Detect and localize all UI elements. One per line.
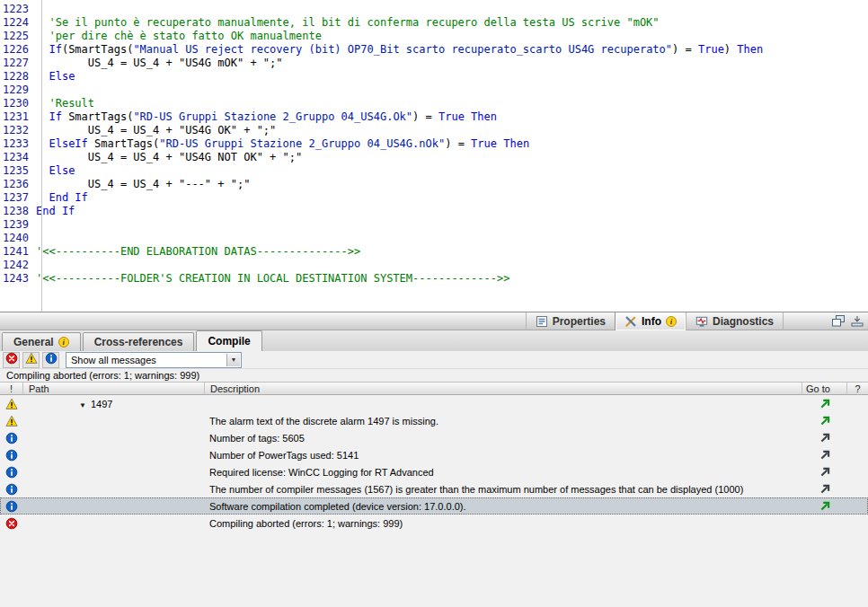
- goto-arrow-icon[interactable]: [819, 432, 831, 444]
- code-line[interactable]: 1235 Else: [0, 164, 868, 178]
- line-number: 1235: [0, 164, 36, 178]
- code-segment: [36, 70, 49, 83]
- code-segment: US_4 = US_4 + "US4G NOT OK" + ";": [36, 151, 302, 163]
- code-segment: [36, 110, 49, 123]
- message-row[interactable]: The alarm text of the discrete alarm 149…: [0, 412, 868, 429]
- code-editor[interactable]: 12231224 'Se il punto è recuperato manua…: [0, 0, 868, 312]
- code-segment: "Manual US reject recovery (bit) OP70_Bi…: [133, 43, 672, 56]
- code-line[interactable]: 1224 'Se il punto è recuperato manualmen…: [0, 16, 868, 30]
- goto-arrow-icon[interactable]: [819, 398, 831, 409]
- goto-arrow-icon[interactable]: [819, 500, 831, 512]
- code-line[interactable]: 1231 If SmartTags("RD-US Gruppi Stazione…: [0, 110, 868, 124]
- filter-info-button[interactable]: [42, 352, 59, 368]
- line-number: 1242: [0, 259, 36, 272]
- column-header-path[interactable]: Path: [23, 383, 205, 394]
- goto-arrow-icon[interactable]: [819, 483, 831, 495]
- message-row[interactable]: ▼1497: [0, 395, 868, 412]
- column-header-help[interactable]: ?: [847, 383, 868, 394]
- code-line[interactable]: 1229: [0, 84, 868, 97]
- code-line[interactable]: 1227 US_4 = US_4 + "US4G mOK" + ";": [0, 57, 868, 70]
- code-segment: US_4 = US_4 + "---" + ";": [36, 178, 250, 190]
- message-description: Required license: WinCC Logging for RT A…: [205, 467, 802, 478]
- code-segment: US_4 = US_4 + "US4G OK" + ";": [36, 124, 276, 136]
- code-line[interactable]: 1242: [0, 259, 868, 272]
- message-row[interactable]: Software compilation completed (device v…: [0, 497, 868, 515]
- goto-arrow-icon[interactable]: [819, 466, 831, 478]
- code-segment: Else: [49, 164, 75, 177]
- code-segment: Else: [49, 70, 75, 83]
- compile-status-text: Compiling aborted (errors: 1; warnings: …: [0, 369, 868, 382]
- code-line[interactable]: 1226 If(SmartTags("Manual US reject reco…: [0, 43, 868, 57]
- code-line[interactable]: 1237 End If: [0, 191, 868, 205]
- chevron-down-icon[interactable]: ▼: [226, 354, 240, 366]
- tab-diagnostics[interactable]: Diagnostics: [686, 312, 784, 330]
- message-row[interactable]: Number of tags: 5605: [0, 429, 868, 446]
- line-number: 1241: [0, 245, 36, 259]
- column-header-severity[interactable]: !: [0, 383, 23, 394]
- code-line[interactable]: 1240: [0, 232, 868, 245]
- code-segment: Then: [737, 43, 763, 56]
- tab-compile[interactable]: Compile: [196, 330, 261, 351]
- goto-cell: [802, 415, 847, 427]
- inspector-tabbar: PropertiesInfoiDiagnostics: [0, 312, 868, 330]
- tree-collapse-icon[interactable]: ▼: [79, 401, 86, 409]
- code-line[interactable]: 1238End If: [0, 205, 868, 218]
- message-row[interactable]: The number of compiler messages (1567) i…: [0, 480, 868, 497]
- code-line[interactable]: 1239: [0, 218, 868, 232]
- code-line[interactable]: 1228 Else: [0, 70, 868, 84]
- info-subtabs: GeneraliCross-referencesCompile: [0, 330, 868, 351]
- code-line[interactable]: 1225 'per dire chè è stato fatto OK manu…: [0, 30, 868, 43]
- filter-warnings-button[interactable]: [22, 352, 40, 368]
- error-icon: [5, 352, 18, 368]
- message-description: Number of tags: 5605: [205, 433, 802, 444]
- code-segment: [36, 97, 49, 110]
- collapse-panel-icon[interactable]: [851, 315, 864, 327]
- message-filter-dropdown[interactable]: Show all messages ▼: [66, 352, 242, 368]
- code-line[interactable]: 1241'<<----------END ELABORATION DATAS--…: [0, 245, 868, 259]
- code-line[interactable]: 1234 US_4 = US_4 + "US4G NOT OK" + ";": [0, 151, 868, 164]
- tab-cross-references[interactable]: Cross-references: [83, 332, 195, 351]
- info-icon: [0, 432, 23, 444]
- float-panel-icon[interactable]: [832, 315, 845, 327]
- code-segment: ) =: [445, 137, 471, 150]
- message-row[interactable]: Compiling aborted (errors: 1; warnings: …: [0, 515, 868, 532]
- info-badge-icon: i: [666, 316, 677, 327]
- message-filter-toolbar: Show all messages ▼: [0, 351, 868, 369]
- tab-info[interactable]: Infoi: [615, 312, 686, 330]
- code-line[interactable]: 1230 'Result: [0, 97, 868, 110]
- warning-icon: [25, 352, 38, 368]
- tab-properties[interactable]: Properties: [526, 312, 615, 330]
- message-row[interactable]: Required license: WinCC Logging for RT A…: [0, 463, 868, 480]
- code-line[interactable]: 1232 US_4 = US_4 + "US4G OK" + ";": [0, 124, 868, 137]
- message-description: The alarm text of the discrete alarm 149…: [205, 416, 802, 427]
- code-segment: If: [49, 43, 61, 56]
- code-line[interactable]: 1236 US_4 = US_4 + "---" + ";": [0, 178, 868, 191]
- info-icon: [0, 466, 23, 479]
- code-segment: (SmartTags(: [62, 43, 133, 56]
- gutter-separator: [41, 0, 42, 312]
- tab-general[interactable]: Generali: [2, 332, 81, 351]
- code-segment: [36, 43, 49, 56]
- code-line[interactable]: 1243'<<----------FOLDER'S CREATION IN LO…: [0, 272, 868, 286]
- column-header-goto[interactable]: Go to: [802, 383, 847, 394]
- code-segment: [36, 191, 49, 204]
- message-table-body: ▼1497The alarm text of the discrete alar…: [0, 395, 868, 607]
- goto-cell: [802, 483, 847, 495]
- goto-cell: [802, 500, 847, 512]
- info-icon: [0, 483, 23, 496]
- message-path: ▼1497: [23, 399, 205, 409]
- tab-label: General: [13, 336, 54, 348]
- code-segment: SmartTags(: [88, 137, 159, 150]
- goto-cell: [802, 466, 847, 478]
- code-line[interactable]: 1223: [0, 3, 868, 16]
- column-header-description[interactable]: Description: [205, 383, 802, 394]
- code-segment: True: [698, 43, 724, 56]
- goto-arrow-icon[interactable]: [819, 415, 831, 427]
- message-description: Compiling aborted (errors: 1; warnings: …: [205, 518, 802, 529]
- line-number: 1234: [0, 151, 36, 164]
- code-line[interactable]: 1233 ElseIf SmartTags("RD-US Gruppi Staz…: [0, 137, 868, 151]
- message-row[interactable]: Number of PowerTags used: 5141: [0, 446, 868, 463]
- goto-arrow-icon[interactable]: [819, 449, 831, 461]
- inspector-tabs: PropertiesInfoiDiagnostics: [526, 312, 784, 330]
- filter-errors-button[interactable]: [3, 352, 20, 368]
